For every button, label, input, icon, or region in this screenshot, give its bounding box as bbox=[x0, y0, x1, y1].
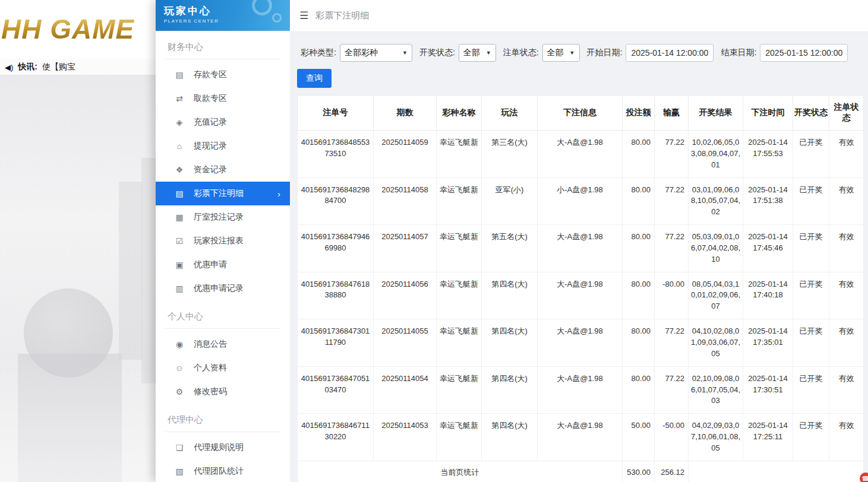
summary-winloss-total: 256.12 bbox=[655, 461, 689, 482]
cell-bet-time: 2025-01-14 17:25:11 bbox=[743, 414, 793, 461]
hamburger-menu-icon[interactable]: ☰ bbox=[299, 9, 308, 22]
cell-bet-amount: 80.00 bbox=[623, 131, 655, 178]
table-row[interactable]: 401569173684761838880 20250114056 幸运飞艇新 … bbox=[298, 272, 864, 319]
cell-bet-status: 有效 bbox=[829, 131, 864, 178]
start-date-input[interactable] bbox=[626, 44, 714, 62]
cell-bet-status: 有效 bbox=[829, 414, 864, 461]
cell-bet-number: 401569173684730111790 bbox=[298, 319, 374, 367]
sidebar-menu-item[interactable]: ▧ 代理团队统计 › bbox=[156, 459, 290, 482]
sidebar-menu-item[interactable]: ▤ 彩票下注明细 › bbox=[156, 182, 290, 205]
table-row[interactable]: 401569173684855373510 20250114059 幸运飞艇新 … bbox=[298, 131, 864, 178]
cell-bet-time: 2025-01-14 17:51:38 bbox=[743, 177, 793, 225]
sidebar-menu-item[interactable]: ◈ 充值记录 › bbox=[156, 110, 290, 134]
cell-bet-info: 大-A盘@1.98 bbox=[538, 319, 623, 367]
cell-draw-status: 已开奖 bbox=[793, 414, 829, 461]
menu-item-icon: ⇄ bbox=[173, 94, 185, 103]
bet-status-select[interactable]: 全部 ▼ bbox=[542, 44, 580, 62]
cell-draw-result: 02,10,09,08,06,01,07,05,04,03 bbox=[689, 366, 743, 414]
menu-item-icon: ▤ bbox=[173, 189, 185, 198]
background-page: HH GAME ◀) 快讯: 使【购宝 bbox=[0, 0, 160, 482]
end-date-input[interactable] bbox=[760, 44, 848, 62]
lottery-type-select[interactable]: 全部彩种 ▼ bbox=[340, 44, 412, 62]
query-button[interactable]: 查询 bbox=[297, 69, 332, 88]
table-row[interactable]: 401569173684794669980 20250114057 幸运飞艇新 … bbox=[298, 225, 864, 272]
table-row[interactable]: 401569173684730111790 20250114055 幸运飞艇新 … bbox=[298, 319, 864, 367]
cell-lottery-name: 幸运飞艇新 bbox=[437, 272, 482, 319]
start-date-label: 开始日期: bbox=[587, 47, 623, 58]
cell-play: 第四名(大) bbox=[482, 272, 538, 319]
table-row[interactable]: 401569173684705103470 20250114054 幸运飞艇新 … bbox=[298, 366, 864, 414]
sidebar: 玩家中心 PLAYERS CENTER 财务中心 ▤ 存款专区 › ⇄ 取款专区… bbox=[156, 0, 290, 482]
menu-item-label: 充值记录 bbox=[194, 117, 227, 128]
cell-bet-status: 有效 bbox=[829, 177, 864, 225]
news-ticker: ◀) 快讯: 使【购宝 bbox=[0, 59, 160, 75]
cell-bet-amount: 80.00 bbox=[623, 177, 655, 225]
section-title-finance: 财务中心 bbox=[165, 37, 280, 59]
sidebar-menu-item[interactable]: ⚙ 修改密码 › bbox=[156, 380, 290, 404]
cell-draw-status: 已开奖 bbox=[793, 272, 829, 319]
table-body: 401569173684855373510 20250114059 幸运飞艇新 … bbox=[298, 131, 864, 461]
cell-draw-status: 已开奖 bbox=[793, 131, 829, 178]
sidebar-menu-item[interactable]: ❖ 资金记录 › bbox=[156, 158, 290, 182]
cell-lottery-name: 幸运飞艇新 bbox=[437, 366, 482, 414]
menu-item-icon: ☺ bbox=[173, 363, 185, 373]
table-header-cell: 开奖结果 bbox=[689, 96, 743, 131]
sidebar-menu-item[interactable]: ❏ 代理规则说明 › bbox=[156, 436, 290, 459]
cell-bet-status: 有效 bbox=[829, 272, 864, 319]
menu-item-label: 代理规则说明 bbox=[194, 442, 244, 453]
news-text: 使【购宝 bbox=[42, 62, 75, 72]
table-header-cell: 投注额 bbox=[623, 96, 655, 131]
filter-bar: 彩种类型: 全部彩种 ▼ 开奖状态: 全部 ▼ 注单状态: 全部 ▼ 开始日期:… bbox=[290, 32, 868, 62]
cell-period: 20250114053 bbox=[374, 414, 437, 461]
floating-widget-icon[interactable]: ☎ bbox=[860, 473, 868, 482]
personal-menu: ◉ 消息公告 › ☺ 个人资料 › ⚙ 修改密码 › bbox=[156, 329, 290, 404]
menu-item-label: 资金记录 bbox=[194, 164, 227, 175]
cell-period: 20250114059 bbox=[374, 131, 437, 178]
cell-bet-status: 有效 bbox=[829, 319, 864, 367]
decorative-circle-icon bbox=[272, 13, 282, 23]
cell-winloss: 77.22 bbox=[655, 131, 689, 178]
cell-winloss: 77.22 bbox=[655, 225, 689, 272]
cell-draw-status: 已开奖 bbox=[793, 366, 829, 414]
cell-winloss: 77.22 bbox=[655, 319, 689, 367]
cell-draw-result: 10,02,06,05,03,08,09,04,07,01 bbox=[689, 131, 743, 178]
sidebar-menu-item[interactable]: ☑ 玩家投注报表 › bbox=[156, 229, 290, 253]
sidebar-header: 玩家中心 PLAYERS CENTER bbox=[156, 0, 290, 31]
cell-bet-number: 401569173684761838880 bbox=[298, 272, 374, 319]
lottery-type-value: 全部彩种 bbox=[345, 47, 378, 58]
sidebar-menu-item[interactable]: ☺ 个人资料 › bbox=[156, 356, 290, 380]
table-row[interactable]: 401569173684671130220 20250114053 幸运飞艇新 … bbox=[298, 414, 864, 461]
summary-empty bbox=[689, 461, 864, 482]
table-header-row: 注单号 期数 彩种名称 玩法 下注信息 投注额 输赢 bbox=[298, 96, 864, 131]
sidebar-menu-item[interactable]: ▦ 厅室投注记录 › bbox=[156, 205, 290, 229]
sidebar-menu-item[interactable]: ▥ 优惠申请记录 › bbox=[156, 277, 290, 300]
bet-status-value: 全部 bbox=[547, 47, 564, 58]
sidebar-menu-item[interactable]: ⇄ 取款专区 › bbox=[156, 87, 290, 110]
cell-play: 第四名(大) bbox=[482, 366, 538, 414]
cell-bet-time: 2025-01-14 17:35:01 bbox=[743, 319, 793, 367]
menu-item-label: 修改密码 bbox=[194, 386, 227, 397]
cell-lottery-name: 幸运飞艇新 bbox=[437, 177, 482, 225]
bet-table: 注单号 期数 彩种名称 玩法 下注信息 投注额 输赢 bbox=[297, 95, 864, 482]
bet-table-wrap: 注单号 期数 彩种名称 玩法 下注信息 投注额 输赢 bbox=[297, 95, 863, 482]
cell-bet-info: 大-A盘@1.98 bbox=[538, 225, 623, 272]
menu-item-label: 提现记录 bbox=[194, 141, 227, 151]
cell-draw-result: 04,10,02,08,01,09,03,06,07,05 bbox=[689, 319, 743, 367]
table-header-cell: 下注时间 bbox=[743, 96, 793, 131]
sidebar-menu-item[interactable]: ⌂ 提现记录 › bbox=[156, 134, 290, 158]
table-row[interactable]: 401569173684829884700 20250114058 幸运飞艇新 … bbox=[298, 177, 864, 225]
table-header-cell: 输赢 bbox=[655, 96, 689, 131]
cell-bet-amount: 80.00 bbox=[623, 319, 655, 367]
sidebar-subtitle: PLAYERS CENTER bbox=[164, 18, 282, 24]
cell-period: 20250114058 bbox=[374, 177, 437, 225]
sidebar-menu-item[interactable]: ▣ 优惠申请 › bbox=[156, 253, 290, 277]
menu-item-icon: ⌂ bbox=[173, 141, 185, 151]
sidebar-menu-item[interactable]: ◉ 消息公告 › bbox=[156, 332, 290, 356]
sidebar-menu-item[interactable]: ▤ 存款专区 › bbox=[156, 63, 290, 87]
chevron-down-icon: ▼ bbox=[486, 50, 491, 56]
menu-item-label: 代理团队统计 bbox=[194, 466, 244, 477]
draw-status-select[interactable]: 全部 ▼ bbox=[459, 44, 496, 62]
menu-item-label: 优惠申请记录 bbox=[194, 283, 244, 294]
main-content: ☰ 彩票下注明细 彩种类型: 全部彩种 ▼ 开奖状态: 全部 ▼ 注单状态: 全… bbox=[290, 0, 868, 482]
menu-item-label: 消息公告 bbox=[194, 339, 227, 350]
